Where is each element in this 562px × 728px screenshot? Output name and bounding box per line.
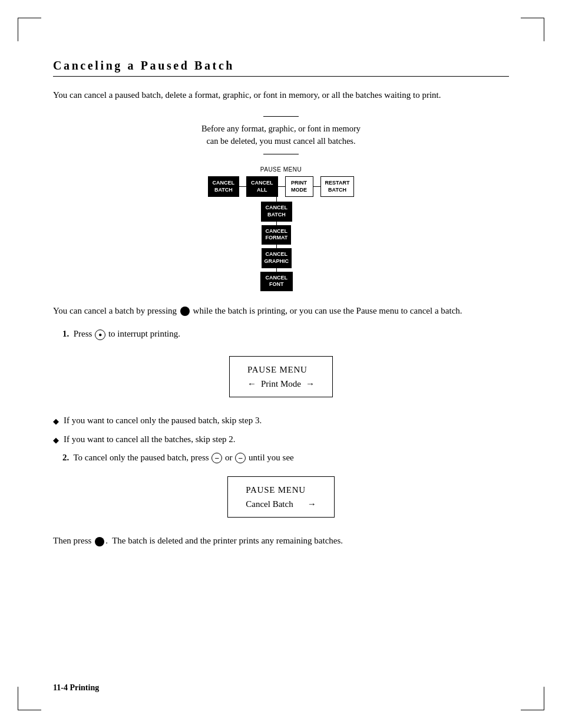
corner-border-tl xyxy=(18,18,41,41)
lcd-display-2: PAUSE MENU Cancel Batch → xyxy=(53,470,509,523)
body-para-1: You can cancel a batch by pressing while… xyxy=(53,304,509,318)
corner-border-bl xyxy=(18,687,41,710)
lcd-display-1: PAUSE MENU ← Print Mode → xyxy=(53,350,509,403)
warning-rule-bottom xyxy=(263,154,299,154)
intro-paragraph: You can cancel a paused batch, delete a … xyxy=(53,88,509,102)
lcd-line-2: ← Print Mode → xyxy=(247,377,315,391)
menu-tree-diagram: CANCELBATCH CANCELALL PRINTMODE xyxy=(208,176,355,291)
step-1: 1. Press ● to interrupt printing. xyxy=(62,327,509,341)
menu-box-print-mode: PRINTMODE xyxy=(285,176,313,197)
bullet-diamond-1: ◆ xyxy=(53,416,59,427)
lcd-box-1: PAUSE MENU ← Print Mode → xyxy=(229,356,333,397)
warning-area: Before any format, graphic, or font in m… xyxy=(53,116,509,155)
lcd-box-2: PAUSE MENU Cancel Batch → xyxy=(227,476,334,518)
menu-box-cancel-all: CANCELALL xyxy=(246,176,278,197)
menu-box-cancel-batch-top: CANCELBATCH xyxy=(208,176,240,197)
black-circle-icon-2 xyxy=(95,537,104,546)
lcd-arrow-left: ← xyxy=(247,377,256,391)
bullet-diamond-2: ◆ xyxy=(53,434,59,446)
bullet-item-2: ◆ If you want to cancel all the batches,… xyxy=(53,433,509,446)
menu-box-cancel-font: CANCELFONT xyxy=(260,272,293,291)
section-title: Canceling a Paused Batch xyxy=(53,59,509,77)
lcd-arrow-right-2: → xyxy=(308,497,316,511)
menu-box-cancel-batch-sub: CANCELBATCH xyxy=(261,202,293,221)
minus-circle-icon-1: − xyxy=(211,453,222,463)
menu-box-restart-batch: RESTARTBATCH xyxy=(320,176,355,197)
corner-border-br xyxy=(521,687,544,710)
menu-box-cancel-graphic: CANCELGRAPHIC xyxy=(262,248,292,268)
lcd-arrow-right-1: → xyxy=(306,377,315,391)
menu-box-cancel-format: CANCELFORMAT xyxy=(262,225,291,245)
warning-text: Before any format, graphic, or font in m… xyxy=(201,123,361,149)
minus-circle-icon-2: − xyxy=(235,453,246,463)
warning-rule-top xyxy=(263,116,299,117)
step-2: 2. To cancel only the paused batch, pres… xyxy=(62,451,509,465)
final-paragraph: Then press . The batch is deleted and th… xyxy=(53,534,509,548)
lcd-line-1: PAUSE MENU xyxy=(247,363,315,377)
black-circle-icon-1 xyxy=(180,307,190,316)
lcd2-line-2: Cancel Batch → xyxy=(246,497,316,511)
footer: 11-4 Printing xyxy=(53,683,99,693)
diagram-area: PAUSE MENU CANCELBATCH CANCELALL PRINTMO… xyxy=(53,166,509,291)
corner-border-tr xyxy=(521,18,544,41)
lcd2-line-1: PAUSE MENU xyxy=(246,483,316,497)
pause-icon: ● xyxy=(95,330,105,340)
bullet-item-1: ◆ If you want to cancel only the paused … xyxy=(53,414,509,427)
diagram-label: PAUSE MENU xyxy=(260,166,302,173)
